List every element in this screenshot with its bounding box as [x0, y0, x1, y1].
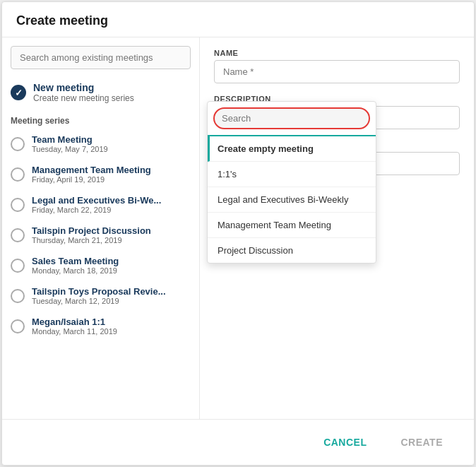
- meeting-item-date: Monday, March 18, 2019: [32, 266, 119, 275]
- dialog-body: New meeting Create new meeting series Me…: [2, 37, 474, 419]
- meeting-item-name: Team Meeting: [32, 134, 108, 145]
- right-panel: NAME DESCRIPTION LOCATION Create empty m…: [200, 37, 474, 419]
- meeting-item-name: Tailspin Toys Proposal Revie...: [32, 286, 166, 297]
- dropdown-list: Create empty meeting1:1'sLegal and Execu…: [208, 136, 376, 263]
- meeting-item-date: Tuesday, March 12, 2019: [32, 297, 166, 305]
- dropdown-item[interactable]: Create empty meeting: [208, 136, 376, 162]
- create-meeting-dialog: Create meeting New meeting Create new me…: [1, 1, 475, 466]
- radio-circle: [11, 259, 25, 273]
- dropdown-item[interactable]: 1:1's: [208, 162, 376, 187]
- radio-circle: [11, 137, 25, 151]
- meeting-list-item[interactable]: Team Meeting Tuesday, May 7, 2019: [2, 129, 199, 159]
- meeting-list-item[interactable]: Legal and Executives Bi-We... Friday, Ma…: [2, 189, 199, 220]
- meeting-item-date: Friday, March 22, 2019: [32, 206, 161, 214]
- dropdown-item[interactable]: Project Discussion: [208, 238, 376, 263]
- selected-checkmark: [11, 85, 26, 100]
- meeting-list: Team Meeting Tuesday, May 7, 2019 Manage…: [2, 129, 199, 341]
- dialog-footer: CANCEL CREATE: [2, 419, 474, 465]
- meeting-list-item[interactable]: Tailspin Project Discussion Thursday, Ma…: [2, 220, 199, 250]
- meeting-item-name: Sales Team Meeting: [32, 256, 119, 266]
- meeting-list-item[interactable]: Management Team Meeting Friday, April 19…: [2, 159, 199, 189]
- meeting-item-name: Megan/Isaiah 1:1: [32, 317, 117, 327]
- create-button[interactable]: CREATE: [383, 428, 460, 456]
- name-field-group: NAME: [214, 49, 460, 83]
- meeting-item-date: Tuesday, May 7, 2019: [32, 145, 108, 153]
- new-meeting-title: New meeting: [33, 82, 134, 93]
- meeting-item-date: Thursday, March 21, 2019: [32, 236, 151, 244]
- new-meeting-subtitle: Create new meeting series: [33, 93, 134, 103]
- meeting-item-name: Management Team Meeting: [32, 165, 151, 175]
- radio-circle: [11, 198, 25, 212]
- meeting-series-label: Meeting series: [2, 110, 199, 129]
- dropdown-search-wrapper: [208, 102, 376, 136]
- meeting-item-name: Legal and Executives Bi-We...: [32, 195, 161, 206]
- dropdown-item[interactable]: Management Team Meeting: [208, 213, 376, 238]
- meeting-item-date: Monday, March 11, 2019: [32, 327, 117, 336]
- meeting-list-item[interactable]: Sales Team Meeting Monday, March 18, 201…: [2, 250, 199, 280]
- new-meeting-item[interactable]: New meeting Create new meeting series: [2, 75, 199, 110]
- name-label: NAME: [214, 49, 460, 57]
- dropdown-search-input[interactable]: [213, 107, 370, 129]
- radio-circle: [11, 319, 25, 333]
- radio-circle: [11, 289, 25, 303]
- cancel-button[interactable]: CANCEL: [307, 428, 383, 456]
- meeting-search-input[interactable]: [11, 46, 191, 69]
- meeting-list-item[interactable]: Megan/Isaiah 1:1 Monday, March 11, 2019: [2, 311, 199, 341]
- dialog-title: Create meeting: [2, 2, 474, 37]
- template-dropdown: Create empty meeting1:1'sLegal and Execu…: [207, 101, 376, 264]
- meeting-list-item[interactable]: Tailspin Toys Proposal Revie... Tuesday,…: [2, 280, 199, 311]
- dropdown-item[interactable]: Legal and Executives Bi-Weekly: [208, 187, 376, 213]
- radio-circle: [11, 167, 25, 182]
- left-panel: New meeting Create new meeting series Me…: [2, 37, 200, 419]
- name-input[interactable]: [214, 60, 460, 83]
- meeting-item-date: Friday, April 19, 2019: [32, 175, 151, 184]
- meeting-item-name: Tailspin Project Discussion: [32, 225, 151, 236]
- radio-circle: [11, 228, 25, 242]
